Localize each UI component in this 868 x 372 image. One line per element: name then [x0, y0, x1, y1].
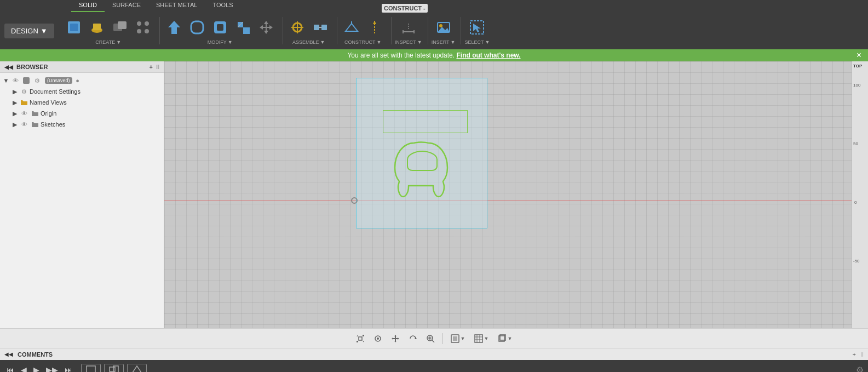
playback-next-btn[interactable]: ▶▶: [44, 363, 60, 372]
horizontal-axis: [164, 201, 868, 201]
tree-item-root[interactable]: ▼ 👁 ⚙ (Unsaved) ●: [0, 75, 164, 86]
tree-icon-gear[interactable]: ⚙: [33, 76, 42, 85]
svg-marker-33: [438, 27, 450, 32]
extrude-btn[interactable]: [86, 16, 108, 38]
shape-rect-1[interactable]: [81, 364, 101, 372]
insert-image-btn[interactable]: [433, 16, 455, 38]
comments-plus[interactable]: +: [852, 351, 855, 358]
right-ruler: TOP 100 50 0 -50: [852, 61, 868, 328]
tree-item-origin[interactable]: ▶ 👁 Origin: [0, 108, 164, 119]
measure-icon: [400, 19, 417, 36]
notification-link[interactable]: Find out what's new.: [456, 51, 520, 59]
shape-triangle[interactable]: [127, 364, 147, 372]
pan-btn[interactable]: [388, 332, 403, 345]
tree-toggle-named-views[interactable]: ▶: [11, 99, 19, 106]
joint-icon: [289, 19, 306, 36]
assembly-btn[interactable]: [309, 16, 331, 38]
select-btn[interactable]: [466, 16, 488, 38]
fit-view-btn[interactable]: [353, 332, 368, 345]
tree-toggle-sketches[interactable]: ▶: [11, 121, 19, 128]
browser-pipe-icon: II: [156, 64, 159, 70]
tree-icon-folder-named-views[interactable]: [20, 98, 28, 107]
svg-marker-26: [373, 21, 376, 24]
tree-icon-eye-sketches[interactable]: 👁: [20, 120, 28, 129]
combine-btn[interactable]: [109, 16, 131, 38]
svg-point-6: [137, 21, 141, 26]
tree-icon-eye[interactable]: 👁: [11, 76, 20, 85]
orbit-btn[interactable]: [405, 332, 421, 345]
svg-point-8: [137, 29, 141, 33]
tree-icon-layer[interactable]: [22, 76, 31, 85]
insert-label: INSERT ▼: [432, 39, 456, 45]
tree-icon-eye-origin[interactable]: 👁: [20, 109, 28, 118]
tree-item-named-views[interactable]: ▶ Named Views: [0, 97, 164, 108]
move-copy-btn[interactable]: [255, 16, 277, 38]
shell-icon: [211, 19, 229, 36]
tab-solid[interactable]: SOLID: [71, 0, 105, 12]
ruler-mark-minus50: -50: [853, 259, 860, 264]
zoom-btn[interactable]: [423, 332, 438, 345]
scale-btn[interactable]: [232, 16, 254, 38]
shape-rect-2[interactable]: [104, 364, 124, 372]
insert-image-icon: [435, 19, 452, 36]
tree-icon-gear-doc[interactable]: ⚙: [20, 87, 28, 96]
tree-item-sketches[interactable]: ▶ 👁 Sketches: [0, 119, 164, 130]
playback-prev-btn[interactable]: ◀: [19, 363, 29, 372]
playback-first-btn[interactable]: ⏮: [4, 363, 16, 372]
look-at-btn[interactable]: [370, 332, 386, 345]
playback-last-btn[interactable]: ⏭: [62, 363, 74, 372]
svg-marker-23: [346, 24, 358, 31]
comments-label: COMMENTS: [18, 351, 53, 358]
pattern-btn[interactable]: [132, 16, 154, 38]
notification-close[interactable]: ×: [856, 50, 861, 60]
construct-axis-btn[interactable]: [364, 16, 386, 38]
tab-surface[interactable]: SURFACE: [105, 0, 148, 12]
comments-collapse[interactable]: ◀◀: [4, 351, 13, 357]
insert-section: INSERT ▼: [432, 16, 456, 45]
tree-toggle-doc-settings[interactable]: ▶: [11, 88, 19, 95]
view-cube-btn[interactable]: ▼: [494, 332, 515, 345]
tree-toggle-origin[interactable]: ▶: [11, 110, 19, 117]
construct-plane-btn[interactable]: [341, 16, 363, 38]
display-settings-btn[interactable]: ▼: [447, 332, 469, 345]
divider-6: [461, 17, 461, 44]
tree-toggle-root[interactable]: ▼: [2, 77, 10, 84]
divider-4: [391, 17, 392, 44]
push-pull-icon: [165, 19, 183, 36]
bottom-toolbar: ▼ ▼ ▼: [0, 328, 868, 348]
joint-btn[interactable]: [286, 16, 308, 38]
playback-play-btn[interactable]: ▶: [31, 363, 42, 372]
ruler-mark-50: 50: [853, 141, 858, 146]
pattern-icon: [134, 19, 152, 36]
tree-label-origin: Origin: [41, 110, 56, 117]
measure-btn[interactable]: [398, 16, 419, 38]
push-pull-btn[interactable]: [163, 16, 185, 38]
playback-bar: ⏮ ◀ ▶ ▶▶ ⏭ ⚙: [0, 360, 868, 372]
svg-rect-58: [110, 367, 115, 371]
ruler-label-top: TOP: [853, 64, 862, 68]
ruler-mark-0: 0: [854, 200, 856, 205]
tree-label-doc-settings: Document Settings: [30, 88, 81, 95]
tab-sheet-metal[interactable]: SHEET METAL: [148, 0, 205, 12]
svg-marker-60: [133, 366, 141, 372]
tree-icon-folder-origin[interactable]: [31, 109, 39, 118]
divider-5: [428, 17, 428, 44]
design-button[interactable]: DESIGN ▼: [4, 24, 54, 38]
tree-item-doc-settings[interactable]: ▶ ⚙ Document Settings: [0, 86, 164, 97]
canvas-area[interactable]: TOP 100 50 0 -50: [164, 61, 868, 328]
fillet-btn[interactable]: [186, 16, 208, 38]
shell-btn[interactable]: [209, 16, 231, 38]
svg-rect-13: [217, 24, 223, 31]
top-toolbar: SOLID SURFACE SHEET METAL TOOLS DESIGN ▼: [0, 0, 868, 49]
settings-icon-bottom[interactable]: ⚙: [856, 365, 864, 373]
svg-marker-35: [473, 24, 481, 32]
grid-settings-btn[interactable]: ▼: [471, 332, 492, 345]
browser-plus-icon[interactable]: +: [149, 64, 152, 70]
tab-tools[interactable]: TOOLS: [205, 0, 240, 12]
select-icon: [468, 19, 486, 36]
fillet-icon: [188, 19, 206, 36]
tree-icon-folder-sketches[interactable]: [31, 120, 39, 129]
svg-rect-20: [314, 25, 319, 30]
new-component-btn[interactable]: [63, 16, 85, 38]
browser-collapse-icon[interactable]: ◀◀: [4, 64, 13, 70]
